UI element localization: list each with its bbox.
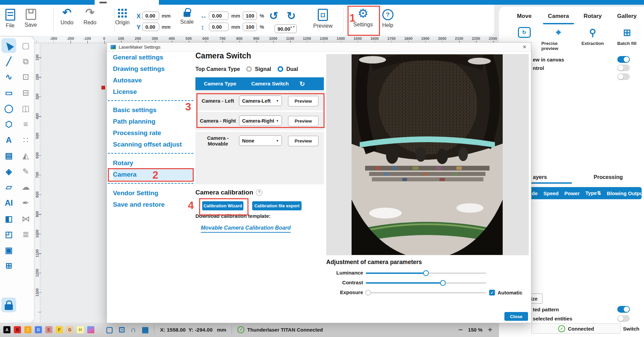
origin-button[interactable]: Origin — [112, 9, 133, 26]
camera-movable-preview-button[interactable]: Preview — [288, 136, 318, 146]
calibration-file-export-button[interactable]: Calibration file export — [252, 201, 302, 210]
weld-tool[interactable]: ⋈ — [18, 211, 33, 226]
settings-nav-item[interactable]: Autosave — [113, 75, 191, 86]
settings-nav-item[interactable]: Path planning — [113, 116, 191, 127]
dialog-close-icon[interactable]: × — [523, 43, 526, 51]
signal-radio[interactable] — [246, 66, 252, 72]
calibration-help-icon[interactable]: ? — [256, 189, 262, 196]
dialog-close-button[interactable]: Close — [504, 312, 528, 321]
layer-color-swatch[interactable]: H — [77, 326, 84, 333]
save-button[interactable]: Save — [22, 9, 40, 28]
cloud-tool[interactable]: ☁ — [18, 180, 33, 195]
measure-tool[interactable]: ▱ — [1, 180, 16, 195]
batch-fill-action[interactable]: ⊞ Batch fill — [610, 27, 644, 51]
help-button[interactable]: ? Help — [380, 9, 396, 28]
precise-preview-action[interactable]: ⌖ Precise preview — [541, 27, 575, 51]
signal-radio-label[interactable]: Signal — [255, 66, 271, 72]
luminance-slider[interactable] — [366, 273, 486, 274]
window-tab[interactable] — [95, 0, 159, 5]
tab-layers[interactable]: ayers — [533, 174, 547, 180]
switch-button[interactable]: Switch — [621, 326, 642, 332]
slider-handle[interactable] — [365, 290, 371, 296]
right-panel-tab[interactable]: Camera — [541, 13, 575, 24]
calibration-board-link[interactable]: Movable Camera Calibration Board — [201, 225, 291, 233]
spinner-arrows-icon[interactable]: ▲▼ — [290, 26, 295, 28]
ai-tool[interactable]: AI — [1, 196, 16, 210]
gradient-swatch[interactable] — [87, 326, 94, 333]
third-toggle[interactable] — [617, 73, 630, 80]
artboard-tool[interactable]: ◧ — [1, 211, 16, 226]
settings-nav-item[interactable]: Scanning offset adjust — [113, 139, 191, 150]
eraser-tool[interactable]: ◈ — [1, 164, 16, 179]
rotation-angle-input[interactable]: 90.00 ▲▼ — [275, 24, 297, 33]
pen-tool[interactable]: ✒ — [18, 196, 33, 210]
layer-color-swatch[interactable]: E — [45, 326, 52, 333]
layer-color-swatch[interactable]: G — [66, 326, 73, 333]
settings-nav-item[interactable]: Basic settings — [113, 104, 191, 116]
layers-tool[interactable]: ≣ — [18, 227, 33, 242]
height-input[interactable]: 0.00 — [209, 23, 229, 31]
text-tool[interactable]: A — [1, 133, 16, 148]
zoom-out-button[interactable]: − — [458, 326, 463, 334]
extraction-action[interactable]: ⚲ Extraction — [576, 27, 610, 51]
line-tool[interactable]: ╱ — [1, 54, 16, 69]
resize-button-fragment[interactable]: ize — [531, 293, 543, 304]
camera-movable-dropdown[interactable]: None ▼ — [239, 135, 282, 146]
scale-lock-button[interactable]: Scale — [177, 7, 197, 25]
dual-radio-label[interactable]: Dual — [286, 66, 298, 72]
node-edit-tool[interactable]: ✎ — [18, 164, 33, 179]
width-percent-input[interactable]: 100 — [243, 11, 257, 20]
layer-color-swatch[interactable]: C — [24, 326, 31, 333]
undo-button[interactable]: ↶ Undo — [57, 7, 77, 26]
control-toggle[interactable] — [617, 64, 630, 71]
dual-radio[interactable] — [278, 66, 283, 72]
toolbox-tool[interactable]: ▣ — [1, 243, 16, 258]
image-tool[interactable]: ▤ — [1, 148, 16, 163]
align-tool[interactable]: ≡ — [18, 117, 33, 132]
settings-nav-item[interactable]: License — [113, 86, 191, 98]
y-coordinate-input[interactable]: 0.00 — [142, 23, 159, 31]
x-coordinate-input[interactable]: 0.00 — [142, 11, 159, 20]
frame-icon[interactable]: ▢ — [106, 326, 113, 334]
tab-processing[interactable]: Processing — [594, 174, 623, 180]
file-button[interactable]: File — [2, 9, 18, 29]
automatic-checkbox[interactable]: ✓ — [489, 290, 495, 295]
rotate-cw-button[interactable]: ↻ — [287, 11, 296, 21]
marquee-tool[interactable]: ▢ — [18, 38, 33, 53]
settings-nav-item[interactable]: Rotary — [113, 157, 191, 169]
contrast-slider[interactable] — [366, 282, 486, 284]
grid-icon[interactable]: ▦ — [142, 326, 149, 334]
layer-color-swatch[interactable]: A — [3, 326, 10, 333]
settings-nav-item[interactable]: Vendor Setting — [113, 187, 191, 199]
height-percent-input[interactable]: 100 — [243, 23, 257, 31]
automatic-label[interactable]: Automatic — [498, 290, 522, 295]
right-panel-tab[interactable]: Move — [507, 13, 541, 24]
zoom-in-button[interactable]: + — [488, 326, 492, 334]
pattern-toggle[interactable] — [617, 306, 630, 313]
subtract-tool[interactable]: ⊟ — [18, 85, 33, 100]
layer-color-swatch[interactable]: B — [14, 326, 21, 333]
right-panel-tab[interactable]: Gallery — [610, 13, 644, 24]
union-tool[interactable]: ⧉ — [18, 54, 33, 69]
canvas-preview-toggle[interactable] — [617, 56, 630, 63]
entities-toggle[interactable] — [617, 315, 630, 322]
exposure-slider[interactable] — [366, 292, 486, 293]
origin-marker[interactable] — [101, 86, 105, 89]
settings-nav-item[interactable]: General settings — [113, 52, 191, 63]
mirror-tool[interactable]: ◭ — [18, 148, 33, 163]
table-tool[interactable]: ⊞ — [1, 258, 16, 273]
layer-color-swatch[interactable]: D — [35, 326, 42, 333]
preview-button[interactable]: Preview — [312, 9, 334, 29]
duplicate-tool[interactable]: ⊡ — [18, 70, 33, 84]
box-3d-tool[interactable]: ◰ — [1, 227, 16, 242]
fit-selection-icon[interactable]: ⊡ — [119, 326, 125, 334]
settings-nav-item[interactable]: Drawing settings — [113, 63, 191, 75]
rectangle-tool[interactable]: ▭ — [1, 85, 16, 100]
layer-color-swatch[interactable]: F — [56, 326, 63, 333]
rotate-ccw-button[interactable]: ↺ — [269, 11, 278, 21]
refresh-icon[interactable]: ↻ — [300, 77, 305, 90]
magnet-icon[interactable]: ∩ — [130, 326, 136, 334]
dialog-title-bar[interactable]: LaserMaker Settings — [107, 43, 531, 52]
settings-nav-item[interactable]: Processing rate — [113, 127, 191, 139]
curve-tool[interactable]: ∿ — [1, 70, 16, 84]
